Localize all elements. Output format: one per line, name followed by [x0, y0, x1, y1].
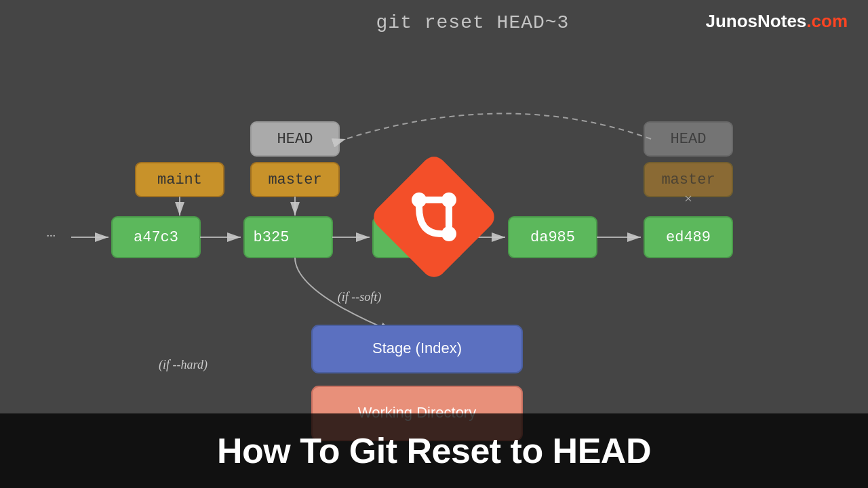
commit-label-b325: b325 — [254, 229, 290, 246]
dashed-arrow-head — [346, 114, 651, 140]
commit-label-da985: da985 — [530, 229, 575, 246]
stage-index-label: Stage (Index) — [372, 340, 462, 357]
ellipsis-text: ··· — [46, 229, 56, 243]
head-label-left: HEAD — [277, 131, 313, 148]
commit-label-ed489: ed489 — [666, 229, 711, 246]
page-title: How To Git Reset to HEAD — [217, 430, 651, 471]
master-label-left: master — [268, 171, 321, 188]
title-bar: How To Git Reset to HEAD — [0, 413, 868, 488]
svg-rect-3 — [369, 152, 499, 282]
git-command-text: git reset HEAD~3 — [376, 12, 570, 33]
if-hard-text: (if --hard) — [159, 358, 208, 372]
if-soft-text: (if --soft) — [338, 290, 382, 304]
x-mark: × — [684, 190, 692, 207]
brand-logo: JunosNotes.com — [706, 11, 848, 32]
brand-name: JunosNotes — [706, 11, 807, 31]
head-label-right: HEAD — [671, 131, 707, 148]
git-logo — [366, 149, 502, 285]
master-label-right: master — [661, 171, 715, 188]
brand-suffix: .com — [806, 11, 848, 31]
maint-label: maint — [157, 171, 202, 188]
commit-label-a47c3: a47c3 — [134, 229, 178, 246]
